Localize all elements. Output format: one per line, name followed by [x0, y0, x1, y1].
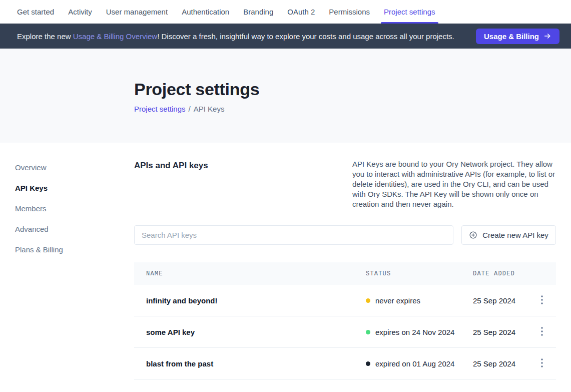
table-row: blast from the past expired on 01 Aug 20…: [134, 348, 556, 379]
table-header: NAME STATUS DATE ADDED: [134, 262, 556, 285]
nav-item-oauth2[interactable]: OAuth 2: [287, 0, 315, 24]
row-menu-button[interactable]: [536, 294, 548, 306]
nav-item-activity[interactable]: Activity: [68, 0, 92, 24]
usage-billing-overview-link[interactable]: Usage & Billing Overview: [73, 32, 157, 41]
create-api-key-label: Create new API key: [482, 231, 548, 239]
api-key-status: expires on 24 Nov 2024: [366, 328, 473, 336]
api-key-status: never expires: [366, 296, 473, 305]
api-key-name: infinity and beyond!: [134, 296, 366, 305]
content-area: Overview API Keys Members Advanced Plans…: [0, 143, 571, 379]
nav-item-user-management[interactable]: User management: [106, 0, 168, 24]
sidebar-item-overview[interactable]: Overview: [15, 159, 134, 176]
sidebar-item-api-keys[interactable]: API Keys: [15, 180, 134, 196]
kebab-icon: [541, 295, 543, 306]
status-text: expires on 24 Nov 2024: [375, 328, 454, 336]
breadcrumb-current-api-keys: API Keys: [194, 105, 225, 113]
breadcrumb-separator: /: [189, 105, 191, 113]
row-menu-button[interactable]: [536, 326, 548, 338]
status-text: expired on 01 Aug 2024: [375, 359, 454, 368]
nav-item-permissions[interactable]: Permissions: [329, 0, 370, 24]
section-title: APIs and API keys: [134, 159, 208, 209]
kebab-icon: [541, 358, 543, 369]
status-dot: [366, 298, 370, 303]
search-input[interactable]: [134, 225, 453, 245]
arrow-right-icon: [543, 32, 551, 40]
banner-text-after: ! Discover a fresh, insightful way to ex…: [157, 32, 454, 41]
nav-item-branding[interactable]: Branding: [243, 0, 273, 24]
breadcrumb-project-settings-link[interactable]: Project settings: [134, 105, 186, 113]
sidebar-item-members[interactable]: Members: [15, 200, 134, 217]
status-text: never expires: [375, 296, 420, 305]
intro-row: APIs and API keys API Keys are bound to …: [134, 159, 556, 209]
create-api-key-button[interactable]: Create new API key: [461, 225, 556, 245]
sidebar-item-advanced[interactable]: Advanced: [15, 221, 134, 237]
api-key-date-added: 25 Sep 2024: [473, 328, 532, 336]
table-row: some API key expires on 24 Nov 2024 25 S…: [134, 316, 556, 348]
api-keys-main: APIs and API keys API Keys are bound to …: [134, 159, 556, 379]
column-header-date-added: DATE ADDED: [473, 270, 532, 277]
nav-item-project-settings[interactable]: Project settings: [384, 0, 435, 24]
column-header-name: NAME: [134, 270, 366, 277]
actions-row: Create new API key: [134, 225, 556, 245]
top-navigation: Get started Activity User management Aut…: [0, 0, 571, 24]
banner-text-before: Explore the new: [17, 32, 73, 41]
api-key-name: blast from the past: [134, 359, 366, 368]
api-keys-description: API Keys are bound to your Ory Network p…: [352, 159, 556, 209]
api-key-status: expired on 01 Aug 2024: [366, 359, 473, 368]
api-key-date-added: 25 Sep 2024: [473, 296, 532, 305]
kebab-icon: [541, 327, 543, 337]
api-key-name: some API key: [134, 328, 366, 336]
table-row: infinity and beyond! never expires 25 Se…: [134, 285, 556, 316]
sidebar-item-plans-billing[interactable]: Plans & Billing: [15, 241, 134, 258]
row-menu-button[interactable]: [536, 357, 548, 369]
api-keys-table: NAME STATUS DATE ADDED infinity and beyo…: [134, 262, 556, 379]
settings-sidebar: Overview API Keys Members Advanced Plans…: [15, 159, 134, 379]
status-dot: [366, 361, 370, 366]
nav-item-authentication[interactable]: Authentication: [182, 0, 229, 24]
usage-billing-button[interactable]: Usage & Billing: [476, 29, 559, 44]
column-header-status: STATUS: [366, 270, 473, 277]
status-dot: [366, 330, 370, 334]
page-header: Project settings Project settings / API …: [0, 49, 571, 143]
plus-circle-icon: [469, 231, 477, 239]
usage-billing-button-label: Usage & Billing: [484, 32, 539, 41]
api-key-date-added: 25 Sep 2024: [473, 359, 532, 368]
usage-billing-banner: Explore the new Usage & Billing Overview…: [0, 24, 571, 49]
page-title: Project settings: [134, 80, 571, 99]
nav-item-get-started[interactable]: Get started: [17, 0, 54, 24]
banner-message: Explore the new Usage & Billing Overview…: [17, 32, 476, 41]
breadcrumb: Project settings / API Keys: [134, 105, 571, 113]
